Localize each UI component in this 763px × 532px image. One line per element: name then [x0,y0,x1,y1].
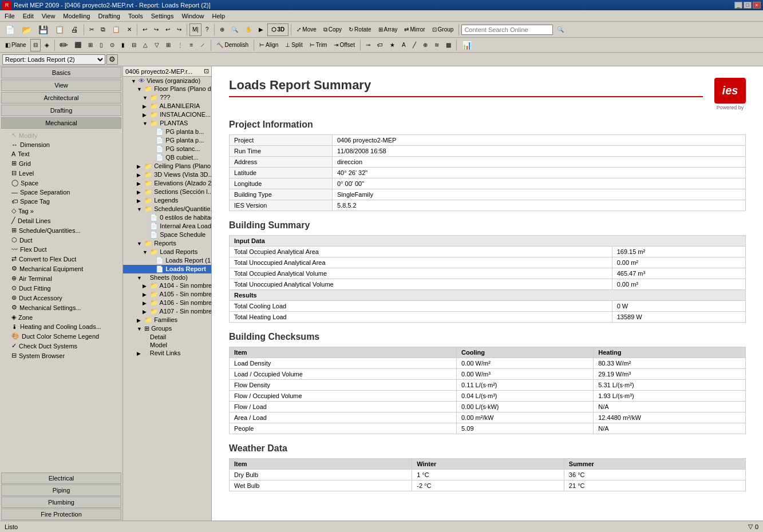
menu-detail-lines[interactable]: ╱Detail Lines [0,216,122,225]
menu-text[interactable]: AText [0,149,122,158]
roof-btn[interactable]: △ [140,39,151,51]
column-btn[interactable]: ▮ [118,39,128,51]
menu-air-terminal[interactable]: ⊕Air Terminal [0,273,122,283]
offset-button[interactable]: ⇥ Offset [331,39,358,51]
redo2-button[interactable]: ↪ [174,23,184,36]
menu-space-separation[interactable]: —Space Separation [0,188,122,197]
menu-grid[interactable]: ⊞Grid [0,158,122,168]
menu-mechanical-settings[interactable]: ⚙Mechanical Settings... [0,303,122,312]
chart-btn[interactable]: 📊 [459,39,475,51]
tree-node-load-reports[interactable]: ▼ 📁 Load Reports [123,248,211,256]
viewer-btn[interactable]: ◈ [42,39,52,51]
undo-button[interactable]: ↩ [140,23,150,36]
maximize-button[interactable]: □ [744,2,752,9]
menu-duct-accessory[interactable]: ⊛Duct Accessory [0,293,122,303]
minimize-button[interactable]: _ [734,2,742,9]
tree-node-a106[interactable]: ▶ 📁 A106 - Sin nombre [123,299,211,307]
orbit-button[interactable]: ⊕ [217,23,227,36]
floor-btn[interactable]: ⊟ [129,39,139,51]
copy-button[interactable]: ⧉ Copy [321,23,345,36]
zoom-button[interactable]: 🔍 [228,23,241,36]
tree-node-elevations[interactable]: ▶ 📁 Elevations (Alzado 2... [123,179,211,188]
tree-node-detail[interactable]: Detail [123,333,211,341]
tree-node-floor-plans[interactable]: ▼ 📁 Floor Plans (Plano d... [123,85,211,93]
tree-node-reports[interactable]: ▼ 📁 Reports [123,239,211,248]
tree-node-qqq[interactable]: ▼ 📁 ??? [123,93,211,102]
door-btn[interactable]: ▯ [97,39,106,51]
workplane-btn[interactable]: ⊟ [30,39,41,51]
tree-node-space-schedule[interactable]: 📄 Space Schedule [123,231,211,239]
menu-file[interactable]: File [1,11,18,21]
menu-dimension[interactable]: ↔Dimension [0,140,122,149]
group-button[interactable]: ⊡ Group [429,23,457,36]
delete-button[interactable]: ✕ [124,23,135,36]
ramp-btn[interactable]: ⟋ [197,39,208,51]
ceiling-btn[interactable]: ▽ [152,39,162,51]
menu-check-duct-systems[interactable]: ✓Check Duct Systems [0,341,122,351]
content-search-input[interactable] [461,25,553,35]
menu-zone[interactable]: ◈Zone [0,312,122,322]
tree-node-schedules[interactable]: ▼ 📁 Schedules/Quantitie... [123,205,211,213]
category-basics[interactable]: Basics [1,67,121,78]
plane-button[interactable]: ◧ Plane [2,39,29,51]
cut-button[interactable]: ✂ [86,23,97,36]
curtainwall-btn[interactable]: ⊞ [163,39,173,51]
symbol-btn[interactable]: ★ [387,39,398,51]
tree-node-instalaciones[interactable]: ▶ 📁 INSTALACIONE... [123,110,211,119]
category-plumbing[interactable]: Plumbing [1,497,121,508]
close-button[interactable]: × [753,2,761,9]
menu-modelling[interactable]: Modelling [60,11,93,21]
category-mechanical[interactable]: Mechanical [1,117,121,129]
tree-node-3d-views[interactable]: ▶ 📁 3D Views (Vista 3D... [123,170,211,179]
tree-node-estilos[interactable]: 📄 0 estilos de habitaci... [123,213,211,222]
tree-node-a105[interactable]: ▶ 📁 A105 - Sin nombre [123,290,211,299]
menu-settings[interactable]: Settings [148,11,177,21]
help-button[interactable]: ? [203,23,212,36]
menu-help[interactable]: Help [209,11,229,21]
menu-heating-cooling[interactable]: 🌡Heating and Cooling Loads... [0,322,122,331]
stair-btn[interactable]: ≡ [187,39,196,51]
matchtype-button[interactable]: M| [189,23,201,36]
menu-duct[interactable]: ⬡Duct [0,235,122,245]
fill-region-btn[interactable]: ▩ [443,39,454,51]
tree-node-model[interactable]: Model [123,341,211,349]
tree-node-pg-planta[interactable]: 📄 PG planta p... [123,136,211,145]
save-button[interactable]: 💾 [35,23,51,36]
undo2-button[interactable]: ↩ [163,23,173,36]
tree-node-groups[interactable]: ▼ ⊞ Groups [123,324,211,333]
tree-node-pg-sotano[interactable]: 📄 PG sotanc... [123,145,211,153]
tree-node-families[interactable]: ▶ 📁 Families [123,316,211,324]
active-view-selector[interactable]: Report: Loads Report (2) [2,54,105,65]
menu-flex-duct[interactable]: 〰Flex Duct [0,245,122,254]
tag-btn[interactable]: 🏷 [374,39,386,51]
tree-node-revit-links[interactable]: ▶ □ Revit Links [123,349,211,357]
menu-tag[interactable]: ◇Tag » [0,206,122,216]
category-electrical[interactable]: Electrical [1,473,121,484]
detail-line-btn[interactable]: ╱ [410,39,419,51]
menu-duct-color-scheme[interactable]: 🎨Duct Color Scheme Legend [0,331,122,341]
menu-edit[interactable]: Edit [19,11,37,21]
dimension-btn[interactable]: ⊸ [363,39,373,51]
paste-button[interactable]: 📋 [109,23,123,36]
insulation-btn[interactable]: ≋ [432,39,442,51]
tree-node-sheets[interactable]: ▼ □ Sheets (todo) [123,273,211,281]
mirror-button[interactable]: ⇄ Mirror [401,23,428,36]
menu-schedule-quantities[interactable]: ⊞Schedule/Quantities... [0,225,122,235]
print-button[interactable]: 🖨 [68,23,81,36]
menu-duct-fitting[interactable]: ⊙Duct Fitting [0,283,122,293]
move-button[interactable]: ⤢ Move [294,23,319,36]
tree-node-ceiling-plans[interactable]: ▶ 📁 Ceiling Plans (Plano... [123,162,211,170]
tree-node-internal-area[interactable]: 📄 Internal Area Load S... [123,222,211,231]
menu-convert-flex-duct[interactable]: ⇄Convert to Flex Duct [0,254,122,264]
category-piping[interactable]: Piping [1,485,121,496]
menu-level[interactable]: ⊟Level [0,168,122,178]
tree-node-qb[interactable]: 📄 QB cubiet... [123,153,211,162]
rotate-button[interactable]: ↻ Rotate [346,23,374,36]
menu-tools[interactable]: Tools [125,11,147,21]
align-button[interactable]: ⊢ Align [256,39,281,51]
menu-mechanical-equipment[interactable]: ⚙Mechanical Equipment [0,264,122,273]
tree-options-icon[interactable]: ⊡ [204,68,209,75]
grid-btn[interactable]: ⋮ [175,39,186,51]
array-button[interactable]: ⊞ Array [375,23,401,36]
tree-node-loads-report-current[interactable]: 📄 Loads Report [123,265,211,273]
